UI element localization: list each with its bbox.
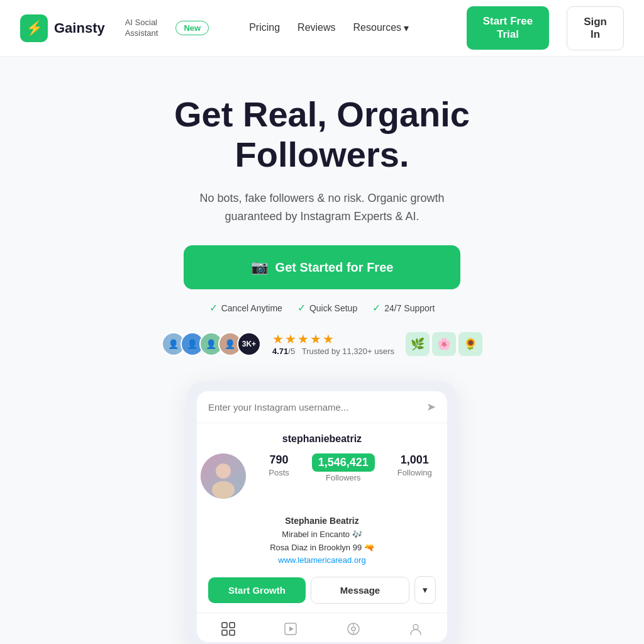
logo-text: Gainsty bbox=[54, 20, 105, 36]
more-options-button[interactable]: ▾ bbox=[414, 576, 436, 604]
star-rating: ★★★★★ bbox=[272, 331, 335, 347]
logo-icon: ⚡ bbox=[20, 14, 48, 42]
profile-username: stephaniebeatriz bbox=[282, 433, 362, 445]
chevron-down-icon: ▾ bbox=[404, 22, 409, 34]
profile-stats: 790 Posts 1,546,421 Followers 1,001 Foll… bbox=[208, 453, 436, 499]
check-support: ✓ 24/7 Support bbox=[372, 302, 435, 314]
instagram-username-input[interactable] bbox=[208, 402, 420, 413]
start-trial-button[interactable]: Start Free Trial bbox=[467, 6, 549, 50]
avatar-count: 3K+ bbox=[237, 332, 261, 356]
cta-checks: ✓ Cancel Anytime ✓ Quick Setup ✓ 24/7 Su… bbox=[209, 302, 435, 314]
svg-point-13 bbox=[413, 625, 418, 630]
navbar: ⚡ Gainsty AI Social Assistant New Pricin… bbox=[0, 0, 644, 57]
new-badge[interactable]: New bbox=[175, 21, 209, 35]
rating-block: ★★★★★ 4.71/5 Trusted by 11,320+ users bbox=[272, 331, 394, 356]
svg-point-10 bbox=[352, 627, 355, 631]
start-growth-button[interactable]: Start Growth bbox=[208, 577, 306, 603]
sign-in-button[interactable]: Sign In bbox=[567, 6, 624, 50]
phone-inner: ➤ stephaniebeatriz bbox=[197, 391, 447, 642]
tab-profile[interactable] bbox=[385, 619, 448, 638]
tab-reels[interactable] bbox=[260, 619, 323, 638]
nav-links: Pricing Reviews Resources ▾ bbox=[229, 0, 429, 57]
proof-img: 🌸 bbox=[432, 332, 456, 356]
check-setup: ✓ Quick Setup bbox=[297, 302, 357, 314]
svg-rect-4 bbox=[230, 623, 235, 628]
profile-actions: Start Growth Message ▾ bbox=[197, 576, 447, 613]
proof-images: 🌿 🌸 🌻 bbox=[406, 332, 482, 356]
check-icon: ✓ bbox=[297, 302, 306, 314]
get-started-button[interactable]: 📷 Get Started for Free bbox=[184, 245, 460, 289]
logo-link[interactable]: ⚡ Gainsty bbox=[20, 14, 105, 42]
svg-rect-3 bbox=[222, 623, 227, 628]
tab-explore[interactable] bbox=[322, 619, 385, 638]
stat-followers: 1,546,421 Followers bbox=[301, 453, 386, 482]
stat-following: 1,001 Following bbox=[386, 453, 443, 477]
social-proof: 👤 👤 👤 👤 3K+ ★★★★★ 4.71/5 Trusted by 11,3… bbox=[162, 331, 482, 356]
check-cancel: ✓ Cancel Anytime bbox=[209, 302, 282, 314]
rating-value: 4.71 bbox=[272, 347, 288, 356]
phone-mockup-section: ➤ stephaniebeatriz bbox=[20, 381, 624, 644]
nav-link-resources[interactable]: Resources ▾ bbox=[353, 22, 409, 34]
avatar-group: 👤 👤 👤 👤 3K+ bbox=[162, 332, 261, 356]
svg-marker-8 bbox=[289, 626, 294, 631]
phone-search-bar: ➤ bbox=[197, 391, 447, 423]
tab-grid[interactable] bbox=[197, 619, 260, 638]
phone-outer: ➤ stephaniebeatriz bbox=[187, 381, 457, 644]
message-button[interactable]: Message bbox=[311, 577, 409, 604]
svg-rect-6 bbox=[230, 630, 235, 635]
hero-section: Get Real, Organic Followers. No bots, fa… bbox=[0, 57, 644, 644]
hero-title: Get Real, Organic Followers. bbox=[152, 94, 492, 175]
profile-avatar bbox=[201, 453, 246, 499]
instagram-icon: 📷 bbox=[251, 259, 268, 275]
nav-link-reviews[interactable]: Reviews bbox=[297, 22, 335, 33]
svg-rect-5 bbox=[222, 630, 227, 635]
check-icon: ✓ bbox=[209, 302, 218, 314]
proof-img: 🌻 bbox=[458, 332, 482, 356]
stat-posts: 790 Posts bbox=[257, 453, 301, 477]
rating-text: 4.71/5 Trusted by 11,320+ users bbox=[272, 347, 394, 356]
nav-tagline: AI Social Assistant bbox=[125, 18, 158, 39]
check-icon: ✓ bbox=[372, 302, 380, 314]
svg-point-2 bbox=[212, 481, 235, 499]
phone-bottom-tabs bbox=[197, 613, 447, 642]
profile-header: stephaniebeatriz bbox=[197, 423, 447, 509]
proof-img: 🌿 bbox=[406, 332, 430, 356]
search-submit-icon[interactable]: ➤ bbox=[426, 400, 436, 414]
hero-subtitle: No bots, fake followers & no risk. Organ… bbox=[177, 189, 467, 226]
svg-point-1 bbox=[216, 464, 231, 479]
nav-link-pricing[interactable]: Pricing bbox=[249, 22, 280, 33]
profile-link[interactable]: www.letamericaread.org bbox=[278, 555, 365, 565]
profile-bio: Stephanie Beatriz Mirabel in Encanto 🎶 R… bbox=[197, 509, 447, 576]
